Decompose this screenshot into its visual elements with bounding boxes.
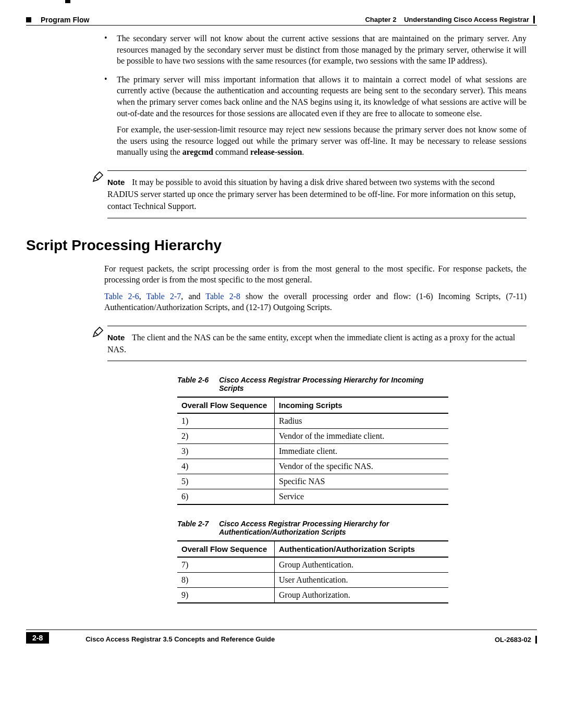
bullet-item: • The secondary server will not know abo… <box>104 33 527 67</box>
footer-square-icon <box>65 0 70 3</box>
running-header: Program Flow Chapter 2 Understanding Cis… <box>26 16 537 26</box>
bullet-icon: • <box>104 33 117 67</box>
note-block: Note The client and the NAS can be the s… <box>73 326 527 361</box>
table-row: 9)Group Authorization. <box>177 588 448 603</box>
table-2-6: Table 2-6 Cisco Access Registrar Process… <box>177 376 448 505</box>
section-heading: Script Processing Hierarchy <box>26 237 527 254</box>
table-caption: Table 2-7 Cisco Access Registrar Process… <box>177 520 448 536</box>
table-link[interactable]: Table 2-8 <box>205 292 240 301</box>
note-label: Note <box>107 178 125 187</box>
table-2-7: Table 2-7 Cisco Access Registrar Process… <box>177 520 448 603</box>
command-name: release-session <box>250 147 302 156</box>
note-block: Note It may be possible to avoid this si… <box>73 170 527 218</box>
header-section: Program Flow <box>41 16 89 24</box>
table-row: 3)Immediate client. <box>177 444 448 459</box>
column-header: Overall Flow Sequence <box>177 397 275 413</box>
command-name: aregcmd <box>182 147 213 156</box>
chapter-title: Understanding Cisco Access Registrar <box>404 16 529 23</box>
table-row: 5)Specific NAS <box>177 474 448 489</box>
header-left: Program Flow <box>26 16 89 24</box>
table-row: 2)Vendor of the immediate client. <box>177 429 448 444</box>
column-header: Incoming Scripts <box>275 397 449 413</box>
table-link[interactable]: Table 2-6 <box>104 292 139 301</box>
pencil-icon <box>92 326 104 338</box>
table-row: 8)User Authentication. <box>177 573 448 588</box>
table-row: 6)Service <box>177 489 448 505</box>
intro-paragraph: For request packets, the script processi… <box>104 263 527 286</box>
chapter-label: Chapter 2 <box>365 16 396 23</box>
table-row: 7)Group Authentication. <box>177 557 448 573</box>
running-footer: 2-8 Cisco Access Registrar 3.5 Concepts … <box>26 630 537 644</box>
header-square-icon <box>26 17 31 22</box>
sub-paragraph: For example, the user-session-limit reso… <box>117 124 527 158</box>
column-header: Authentication/Authorization Scripts <box>275 541 449 557</box>
table-row: 1)Radius <box>177 413 448 429</box>
table-link[interactable]: Table 2-7 <box>146 292 181 301</box>
intro-paragraph: Table 2-6, Table 2-7, and Table 2-8 show… <box>104 291 527 313</box>
bullet-text: The secondary server will not know about… <box>117 33 527 67</box>
note-text: The client and the NAS can be the same e… <box>107 333 515 354</box>
footer-doc-title: Cisco Access Registrar 3.5 Concepts and … <box>85 635 275 644</box>
page: Program Flow Chapter 2 Understanding Cis… <box>0 0 563 659</box>
note-text: It may be possible to avoid this situati… <box>107 178 516 211</box>
header-right: Chapter 2 Understanding Cisco Access Reg… <box>365 16 537 23</box>
body-content: • The secondary server will not know abo… <box>104 33 527 603</box>
column-header: Overall Flow Sequence <box>177 541 275 557</box>
data-table: Overall Flow Sequence Authentication/Aut… <box>177 540 448 603</box>
bullet-text: The primary server will miss important i… <box>117 74 527 158</box>
note-label: Note <box>107 333 125 342</box>
table-caption: Table 2-6 Cisco Access Registrar Process… <box>177 376 448 392</box>
data-table: Overall Flow Sequence Incoming Scripts 1… <box>177 397 448 505</box>
pencil-icon <box>92 170 104 183</box>
bullet-item: • The primary server will miss important… <box>104 74 527 158</box>
footer-doc-id: OL-2683-02 <box>495 636 537 644</box>
table-row: 4)Vendor of the specific NAS. <box>177 459 448 474</box>
page-number-badge: 2-8 <box>26 632 49 644</box>
bullet-icon: • <box>104 74 117 158</box>
